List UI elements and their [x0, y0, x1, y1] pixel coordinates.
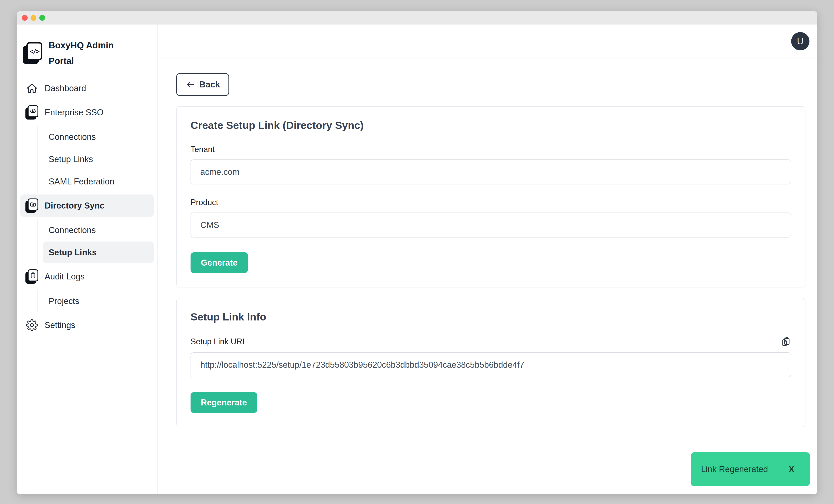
tenant-label: Tenant: [191, 145, 791, 154]
sidebar-item-label: SAML Federation: [49, 177, 114, 186]
sidebar-item-label: Enterprise SSO: [45, 108, 104, 117]
page-content: Back Create Setup Link (Directory Sync) …: [157, 59, 817, 427]
user-avatar[interactable]: U: [791, 32, 809, 50]
setup-link-url-input[interactable]: [191, 352, 791, 377]
enterprise-sso-subnav: Connections Setup Links SAML Federation: [38, 126, 154, 193]
toast-message: Link Regenerated: [701, 464, 768, 474]
back-button[interactable]: Back: [176, 73, 229, 96]
maximize-window-button[interactable]: [39, 15, 45, 21]
sidebar-item-saml-federation[interactable]: SAML Federation: [43, 170, 154, 192]
sidebar-item-enterprise-sso[interactable]: Enterprise SSO: [20, 101, 154, 123]
sidebar-item-projects[interactable]: Projects: [43, 290, 154, 312]
tenant-input[interactable]: [191, 159, 791, 184]
boxyhq-logo-icon: </>: [23, 42, 42, 64]
app-title: BoxyHQ Admin Portal: [49, 38, 122, 69]
sidebar-item-dsync-connections[interactable]: Connections: [43, 219, 154, 241]
sidebar: </> BoxyHQ Admin Portal Dashboard: [17, 25, 157, 494]
sso-cloud-key-icon: [25, 105, 38, 119]
audit-logs-clipboard-icon: [25, 269, 38, 284]
setup-link-info-card: Setup Link Info Setup Link URL: [176, 298, 806, 427]
copy-icon[interactable]: [781, 336, 791, 347]
toast-close-button[interactable]: X: [789, 464, 794, 474]
sidebar-item-dashboard[interactable]: Dashboard: [20, 77, 154, 99]
audit-logs-subnav: Projects: [38, 290, 154, 312]
arrow-left-icon: [185, 79, 195, 89]
sidebar-item-label: Setup Links: [49, 248, 96, 257]
sidebar-item-audit-logs[interactable]: Audit Logs: [20, 266, 154, 288]
sidebar-item-sso-connections[interactable]: Connections: [43, 126, 154, 148]
close-window-button[interactable]: [22, 15, 28, 21]
back-button-label: Back: [199, 79, 220, 89]
setup-link-url-label: Setup Link URL: [191, 337, 247, 346]
home-icon: [25, 82, 38, 94]
sidebar-item-settings[interactable]: Settings: [20, 314, 154, 336]
sidebar-item-label: Connections: [49, 132, 96, 142]
sidebar-nav: Dashboard: [20, 77, 154, 338]
directory-sync-subnav: Connections Setup Links: [38, 219, 154, 264]
code-glyph: </>: [30, 48, 39, 55]
sidebar-item-label: Setup Links: [49, 155, 93, 164]
sidebar-item-label: Audit Logs: [45, 272, 85, 281]
product-input[interactable]: [191, 212, 791, 237]
create-setup-link-card: Create Setup Link (Directory Sync) Tenan…: [176, 106, 806, 288]
window-titlebar: [17, 11, 817, 25]
gear-icon: [25, 319, 38, 331]
product-label: Product: [191, 198, 791, 207]
app-window: </> BoxyHQ Admin Portal Dashboard: [17, 11, 817, 494]
sidebar-item-dsync-setup-links[interactable]: Setup Links: [43, 242, 154, 264]
minimize-window-button[interactable]: [30, 15, 36, 21]
sidebar-item-label: Dashboard: [45, 84, 86, 93]
directory-sync-folder-icon: [25, 199, 38, 213]
avatar-initial: U: [797, 36, 804, 47]
header: U: [157, 25, 817, 59]
regenerate-button[interactable]: Regenerate: [191, 392, 257, 413]
card-title: Setup Link Info: [191, 311, 791, 323]
toast-success: Link Regenerated X: [691, 452, 810, 486]
sidebar-item-label: Projects: [49, 296, 79, 306]
logo: </> BoxyHQ Admin Portal: [23, 38, 154, 69]
sidebar-item-directory-sync[interactable]: Directory Sync: [20, 194, 154, 217]
generate-button[interactable]: Generate: [191, 252, 248, 273]
card-title: Create Setup Link (Directory Sync): [191, 119, 791, 131]
sidebar-item-label: Settings: [45, 320, 75, 330]
sidebar-item-label: Connections: [49, 226, 96, 235]
sidebar-item-label: Directory Sync: [45, 201, 104, 210]
sidebar-item-sso-setup-links[interactable]: Setup Links: [43, 148, 154, 170]
